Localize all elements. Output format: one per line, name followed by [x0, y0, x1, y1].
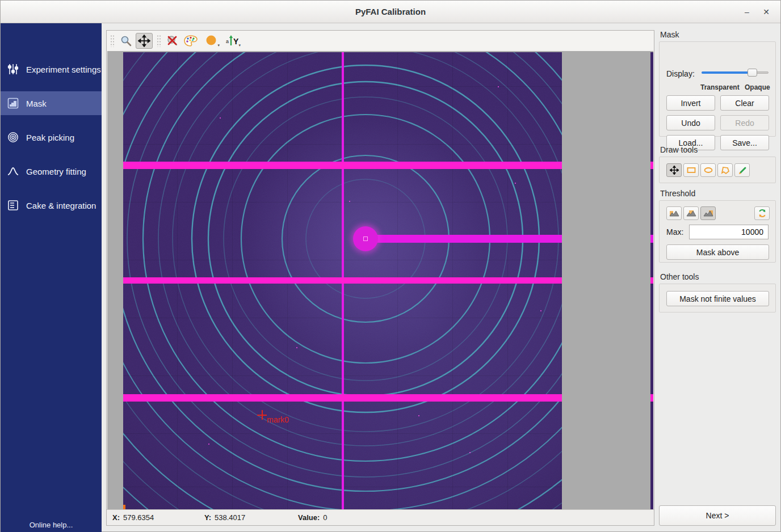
dropdown-arrow-icon: ▾: [238, 43, 241, 48]
hot-pixel: [418, 415, 419, 416]
hot-pixel: [498, 86, 499, 87]
hot-pixel: [540, 310, 541, 311]
integration-lines-icon: [7, 199, 19, 212]
mask-groupbox: Display: Transparent Opaque Invert Clear…: [659, 41, 776, 137]
sidebar-item-experiment-settings[interactable]: Experiment settings: [1, 57, 102, 81]
slider-fill: [702, 71, 749, 74]
next-button[interactable]: Next >: [659, 505, 776, 526]
orange-circle-icon: [205, 34, 219, 48]
close-button[interactable]: ✕: [759, 5, 774, 19]
mask-opacity-slider[interactable]: [702, 68, 769, 77]
reset-zoom-button[interactable]: [164, 33, 181, 49]
online-help-link[interactable]: Online help...: [1, 521, 102, 529]
transparent-label: Transparent: [700, 83, 740, 91]
red-cross-magnifier-icon: [166, 34, 179, 48]
sidebar-item-label: Geometry fitting: [26, 167, 86, 176]
sidebar-item-peak-picking[interactable]: Peak picking: [1, 125, 102, 149]
sidebar-item-label: Peak picking: [26, 133, 74, 142]
clear-button[interactable]: Clear: [720, 95, 769, 111]
mask-horizontal-band: [123, 394, 562, 402]
mask-beamstop-arm: [366, 235, 562, 243]
status-value-value: 0: [323, 513, 327, 522]
other-tools-groupbox: Mask not finite values: [659, 284, 776, 313]
mask-group-title: Mask: [660, 30, 679, 39]
mask-band-sliver: [650, 162, 653, 169]
sliders-icon: [7, 63, 19, 75]
invert-button[interactable]: Invert: [666, 95, 715, 111]
threshold-refresh-button[interactable]: [754, 206, 770, 220]
toolbar-grip[interactable]: [157, 35, 161, 47]
mask-above-tool-button[interactable]: [700, 206, 716, 220]
sidebar-item-mask[interactable]: Mask: [1, 91, 102, 115]
plot-panel: ▾ a Y ▾: [106, 30, 654, 526]
sidebar-item-label: Experiment settings: [26, 65, 101, 74]
save-button[interactable]: Save...: [720, 135, 769, 150]
colormap-button[interactable]: [182, 33, 199, 49]
status-value: Value:0: [298, 513, 327, 522]
hot-pixel: [220, 117, 221, 119]
draw-tools-title: Draw tools: [660, 145, 698, 154]
plot-canvas[interactable]: mark0: [107, 51, 653, 510]
draw-rectangle-button[interactable]: [683, 163, 699, 177]
redo-button[interactable]: Redo: [720, 115, 769, 130]
beam-center-marker: [363, 237, 368, 241]
hot-pixel: [515, 183, 516, 184]
titlebar: PyFAI Calibration – ✕: [1, 1, 780, 23]
histogram-between-icon: [686, 209, 696, 217]
pan-arrows-icon: [670, 166, 679, 175]
toolbar-grip[interactable]: [110, 35, 115, 47]
dropdown-arrow-icon: ▾: [217, 43, 220, 48]
status-y: Y:538.4017: [204, 513, 245, 522]
histogram-below-icon: [669, 209, 679, 217]
status-y-value: 538.4017: [215, 513, 245, 522]
hot-pixel: [296, 347, 297, 348]
peak-marker-cross: [257, 410, 267, 420]
hot-pixel: [349, 201, 350, 202]
rectangle-icon: [687, 166, 696, 174]
mask-horizontal-band: [123, 277, 562, 284]
zoom-mode-button[interactable]: [117, 33, 135, 49]
draw-pencil-button[interactable]: [734, 163, 750, 177]
mask-not-finite-button[interactable]: Mask not finite values: [666, 291, 769, 306]
mask-above-button[interactable]: Mask above: [666, 244, 769, 260]
image-edge-sliver: [650, 52, 653, 510]
histogram-above-icon: [703, 209, 713, 217]
mask-arm-sliver: [650, 235, 653, 243]
pencil-icon: [738, 166, 747, 175]
ellipse-icon: [704, 166, 713, 174]
target-rings-icon: [7, 131, 19, 143]
status-y-label: Y:: [204, 513, 211, 522]
undo-button[interactable]: Undo: [666, 115, 715, 130]
slider-handle[interactable]: [748, 69, 757, 77]
magnifier-icon: [120, 35, 132, 47]
mask-horizontal-band: [123, 162, 562, 169]
hot-pixel: [469, 452, 471, 453]
draw-pan-button[interactable]: [666, 163, 682, 177]
refresh-icon: [758, 209, 767, 218]
plot-toolbar: ▾ a Y ▾: [107, 31, 654, 51]
minimize-button[interactable]: –: [740, 5, 754, 19]
threshold-groupbox: Max: Mask above: [659, 200, 776, 263]
hot-pixel: [208, 444, 209, 445]
sidebar-item-geometry-fitting[interactable]: Geometry fitting: [1, 159, 102, 183]
draw-ellipse-button[interactable]: [700, 163, 716, 177]
opaque-label: Opaque: [745, 83, 770, 91]
pan-mode-button[interactable]: [136, 33, 153, 49]
draw-tools-groupbox: [659, 157, 776, 183]
max-label: Max:: [666, 227, 683, 237]
mask-band-sliver: [650, 394, 653, 402]
peak-curve-icon: [7, 165, 19, 178]
mask-band-sliver: [650, 277, 653, 284]
display-label: Display:: [666, 69, 695, 78]
diffraction-image[interactable]: mark0: [123, 52, 562, 510]
draw-polygon-button[interactable]: [717, 163, 733, 177]
sidebar: Experiment settings Mask Peak picking Ge…: [1, 23, 102, 532]
sidebar-item-label: Cake & integration: [26, 201, 96, 210]
max-threshold-input[interactable]: [689, 225, 769, 239]
y-axis-orientation-button[interactable]: a Y ▾: [224, 33, 241, 49]
mask-between-button[interactable]: [683, 206, 699, 220]
aspect-ratio-button[interactable]: ▾: [203, 33, 220, 49]
sidebar-item-cake-integration[interactable]: Cake & integration: [1, 193, 102, 217]
svg-text:a: a: [226, 39, 229, 44]
mask-below-button[interactable]: [666, 206, 682, 220]
